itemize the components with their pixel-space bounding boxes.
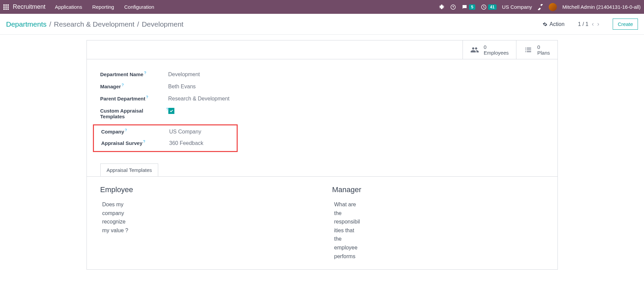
company-selector[interactable]: US Company (502, 4, 532, 10)
field-manager: Manager? Beth Evans (100, 84, 544, 90)
text-employee[interactable]: Does my company recognize my value ? (102, 200, 129, 235)
label-parent-department: Parent Department (100, 96, 145, 101)
activities-icon[interactable]: 41 (481, 4, 497, 10)
stat-plans-count: 0 (537, 44, 550, 50)
breadcrumb-departments[interactable]: Departments (6, 20, 46, 28)
pager-prev-icon[interactable]: ‹ (592, 21, 594, 28)
help-icon[interactable]: ? (166, 107, 168, 119)
app-title[interactable]: Recruitment (13, 3, 45, 10)
field-custom-templates: Custom Appraisal Templates? (100, 108, 544, 119)
label-department-name: Department Name (100, 71, 143, 77)
help-icon[interactable]: ? (122, 83, 124, 89)
pager-text: 1 / 1 (578, 21, 588, 27)
checkbox-custom-templates[interactable] (168, 108, 174, 114)
apps-icon[interactable] (3, 4, 9, 10)
employees-icon (470, 46, 479, 54)
card-header: 0 Employees 0 Plans (87, 40, 557, 59)
help-icon[interactable]: ? (125, 128, 127, 134)
label-custom-templates: Custom Appraisal Templates (100, 108, 166, 119)
tabs: Appraisal Templates (87, 163, 557, 176)
label-appraisal-survey: Appraisal Survey (101, 140, 143, 146)
value-company[interactable]: US Company (169, 129, 201, 135)
scroll-area[interactable]: 0 Employees 0 Plans Department Name? Dev… (0, 35, 644, 301)
help-icon[interactable]: ? (143, 140, 145, 145)
field-department-name: Department Name? Development (100, 71, 544, 78)
messages-badge: 5 (469, 4, 475, 10)
field-company: Company? US Company (101, 129, 234, 135)
text-manager[interactable]: What are the responsibilities that the e… (334, 200, 361, 261)
create-button[interactable]: Create (613, 19, 638, 30)
pager-next-icon[interactable]: › (597, 21, 599, 28)
breadcrumb-separator: / (137, 20, 139, 28)
label-manager: Manager (100, 84, 121, 89)
username[interactable]: Mitchell Admin (21404131-16-0-all) (562, 4, 641, 10)
action-label: Action (549, 21, 564, 27)
nav-configuration[interactable]: Configuration (124, 4, 154, 10)
activities-badge: 41 (488, 4, 497, 10)
form-card: 0 Employees 0 Plans Department Name? Dev… (87, 40, 558, 270)
check-icon (169, 109, 173, 113)
col-manager: Manager What are the responsibilities th… (332, 185, 544, 261)
topbar: Recruitment Applications Reporting Confi… (0, 0, 644, 14)
pager: 1 / 1 ‹ › (578, 21, 599, 28)
nav-reporting[interactable]: Reporting (92, 4, 114, 10)
nav-applications[interactable]: Applications (55, 4, 82, 10)
value-parent-department[interactable]: Research & Development (168, 96, 230, 102)
messages-icon[interactable]: 5 (462, 4, 475, 10)
breadcrumb-current: Development (142, 20, 183, 28)
help-icon[interactable]: ? (144, 71, 146, 77)
tab-content: Employee Does my company recognize my va… (87, 176, 557, 269)
plans-icon (524, 46, 533, 54)
tab-appraisal-templates[interactable]: Appraisal Templates (100, 163, 159, 176)
highlight-box: Company? US Company Appraisal Survey? 36… (93, 124, 238, 152)
value-department-name[interactable]: Development (168, 71, 200, 78)
nav-menu: Applications Reporting Configuration (55, 4, 439, 10)
controlbar: Departments / Research & Development / D… (0, 14, 644, 35)
stat-employees-label: Employees (484, 50, 509, 56)
field-appraisal-survey: Appraisal Survey? 360 Feedback (101, 140, 234, 146)
topbar-right: 5 41 US Company Mitchell Admin (21404131… (439, 3, 641, 11)
value-appraisal-survey[interactable]: 360 Feedback (169, 140, 203, 146)
label-company: Company (101, 129, 124, 134)
breadcrumb-separator: / (49, 20, 51, 28)
avatar[interactable] (549, 3, 557, 11)
stat-employees-count: 0 (484, 44, 509, 50)
heading-manager: Manager (332, 185, 544, 194)
stat-plans[interactable]: 0 Plans (516, 40, 557, 59)
stat-employees[interactable]: 0 Employees (463, 40, 516, 59)
gear-icon (543, 22, 547, 27)
field-parent-department: Parent Department? Research & Developmen… (100, 96, 544, 102)
heading-employee: Employee (100, 185, 312, 194)
value-manager[interactable]: Beth Evans (168, 84, 196, 90)
action-button[interactable]: Action (543, 21, 564, 27)
stat-plans-label: Plans (537, 50, 550, 56)
col-employee: Employee Does my company recognize my va… (100, 185, 312, 261)
help-icon[interactable]: ? (146, 95, 148, 101)
tools-icon[interactable] (537, 4, 543, 10)
page-body: 0 Employees 0 Plans Department Name? Dev… (0, 35, 644, 270)
debug-icon[interactable] (439, 4, 445, 10)
breadcrumb-parent: Research & Development (54, 20, 134, 28)
breadcrumb: Departments / Research & Development / D… (6, 20, 543, 28)
support-icon[interactable] (450, 4, 456, 10)
form-body: Department Name? Development Manager? Be… (87, 59, 557, 163)
